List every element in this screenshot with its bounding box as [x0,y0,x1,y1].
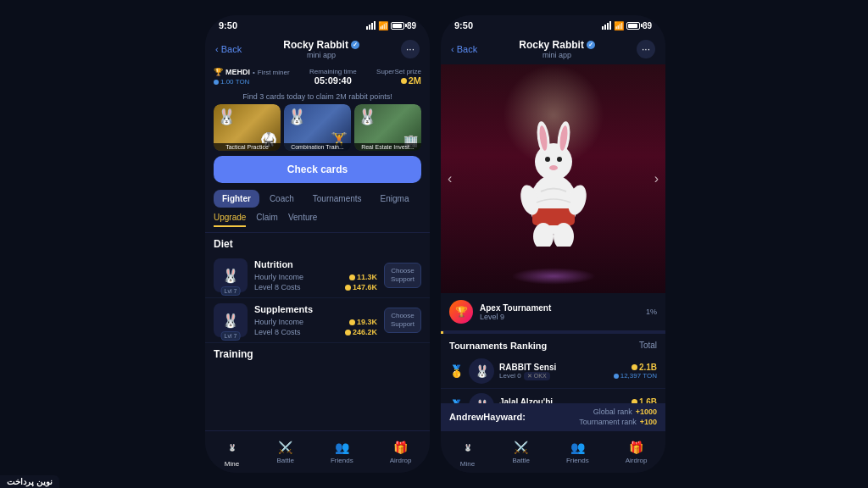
status-user: AndrewHayward: [449,412,526,422]
stage-platform [511,268,596,285]
timer-section: Remaining time 05:09:40 [309,68,357,86]
training-section-title: Training [205,343,430,363]
battery-icon [391,22,404,30]
tab-enigma[interactable]: Enigma [372,190,418,208]
rank-changes: Global rank +1000 Tournament rank +100 [579,408,657,426]
time-left: 9:50 [219,20,237,30]
supplements-avatar: 🐰 Lvl 7 [214,303,248,337]
tournament-rank-value: +100 [640,418,657,426]
wifi-icon: 📶 [378,21,388,30]
app-title-right: Rocky Rabbit ✓ mini app [519,39,595,59]
sub-tab-claim[interactable]: Claim [256,213,278,227]
nav-friends-left[interactable]: 👥 Friends [331,440,353,464]
tournament-icon: 🏆 [449,300,473,324]
battery-icon-right [626,22,640,30]
sub-tab-venture[interactable]: Venture [288,213,317,227]
choose-support-nutrition[interactable]: Choose Support [384,263,421,289]
exchange-badge-1: ✕ OKX [524,372,550,380]
tabs-row: Fighter Coach Tournaments Enigma [205,190,430,213]
nav-battle-right[interactable]: ⚔️ Battle [513,440,530,464]
tournament-progress-bar [441,331,665,334]
verified-badge-right: ✓ [587,41,595,49]
trophy-icon: 🏆 [214,68,223,76]
diet-item-supplements: 🐰 Lvl 7 Supplements Hourly Income 19.3K … [205,298,430,343]
battle-icon-right: ⚔️ [514,440,529,455]
nav-mine-left[interactable]: 🐰 Mine [224,436,241,468]
right-phone: 9:50 📶 89 ‹ Back Rocky Rabbit ✓ [441,15,665,473]
card-combination[interactable]: 🐰 🏋 Combination Train... [284,104,351,151]
char-nav-right[interactable]: › [654,171,659,186]
bottom-nav-left: 🐰 Mine ⚔️ Battle 👥 Friends 🎁 Airdrop [205,430,430,473]
app-title-left: Rocky Rabbit ✓ mini app [283,39,359,59]
mine-icon-right: 🐰 [459,436,476,458]
medal-1: 🥇 [449,364,464,378]
status-bar-left: 9:50 📶 89 [205,15,430,36]
nav-airdrop-left[interactable]: 🎁 Airdrop [390,440,412,464]
wifi-icon-right: 📶 [614,21,624,30]
rabbit-character [511,111,596,247]
character-view: ‹ [441,64,665,293]
bottom-nav-right: 🐰 Mine ⚔️ Battle 👥 Friends 🎁 Airdrop [441,430,665,473]
more-button-right[interactable]: ··· [637,40,655,58]
app-header-left: ‹ Back Rocky Rabbit ✓ mini app ··· [205,36,430,64]
back-button-right[interactable]: ‹ Back [451,44,477,54]
battery-pct-left: 89 [407,21,416,30]
airdrop-icon-right: 🎁 [629,440,644,455]
claim-text: Find 3 cards today to claim 2M rabbit po… [205,89,430,104]
tab-fighter[interactable]: Fighter [214,190,259,208]
back-button-left[interactable]: ‹ Back [215,44,242,54]
svg-point-6 [545,157,550,162]
tournament-badge: 🏆 Apex Tournament Level 9 1% [441,293,665,331]
bottom-status-bar: AndrewHayward: Global rank +1000 Tournam… [441,403,665,430]
verified-badge-left: ✓ [351,41,359,49]
supplements-stats: Hourly Income 19.3K Level 8 Costs 246.2K [254,318,377,336]
char-nav-left[interactable]: ‹ [448,171,452,186]
rank-info-1: RABBIT Sensi Level 0 ✕ OKX [499,363,609,380]
nutrition-avatar: 🐰 Lvl 7 [214,258,248,292]
airdrop-icon: 🎁 [393,440,409,455]
prize-section: SuperSet prize 2M [376,68,421,86]
nutrition-info: Nutrition Hourly Income 11.3K Level 8 Co… [254,259,377,291]
nav-battle-left[interactable]: ⚔️ Battle [277,440,294,464]
watermark-brand: نوین [36,477,53,486]
rank-values-1: 2.1B 12,397 TON [614,363,657,380]
battle-icon: ⚔️ [278,440,293,455]
tab-tournaments[interactable]: Tournaments [304,190,370,208]
svg-point-7 [557,157,562,162]
sub-tabs: Upgrade Claim Venture [205,213,430,233]
card-tactical[interactable]: 🐰 🥋 Tactical Practice [214,104,281,151]
card-realestate[interactable]: 🐰 🏢 Real Estate Invest... [354,104,421,151]
sub-tab-upgrade[interactable]: Upgrade [214,213,246,227]
check-cards-button[interactable]: Check cards [214,156,421,183]
tab-coach[interactable]: Coach [261,190,303,208]
nav-mine-right[interactable]: 🐰 Mine [459,436,476,468]
global-rank-value: +1000 [636,408,657,416]
more-button-left[interactable]: ··· [401,40,420,58]
info-bar: 🏆 MEHDI • First miner 1.00 TON Remaining… [205,64,430,89]
nav-friends-right[interactable]: 👥 Friends [566,440,589,464]
chevron-left-icon-right: ‹ [451,44,454,54]
rankings-header: Tournaments Ranking Total [441,334,665,354]
svg-point-8 [549,165,558,170]
svg-rect-9 [532,208,575,225]
friends-icon: 👥 [334,440,349,455]
avatar-1: 🐰 [469,358,494,384]
nav-airdrop-right[interactable]: 🎁 Airdrop [626,440,648,464]
ton-amount: 1.00 TON [214,78,290,86]
cards-grid: 🐰 🥋 Tactical Practice 🐰 🏋 Combination Tr… [205,104,430,151]
choose-support-supplements[interactable]: Choose Support [384,308,421,334]
user-info: 🏆 MEHDI • First miner [214,68,290,76]
diet-item-nutrition: 🐰 Lvl 7 Nutrition Hourly Income 11.3K Le… [205,253,430,298]
diet-section-title: Diet [205,233,430,253]
signal-icon [366,21,376,30]
left-phone: 9:50 📶 89 ‹ Back Rocky Rabbit ✓ [205,15,430,473]
watermark-suffix: پرداخت [7,477,36,486]
time-right: 9:50 [454,20,473,30]
nutrition-stats: Hourly Income 11.3K Level 8 Costs 147.6K [254,273,377,291]
chevron-left-icon: ‹ [215,44,219,54]
supplements-info: Supplements Hourly Income 19.3K Level 8 … [254,304,377,336]
status-bar-right: 9:50 📶 89 [441,15,665,36]
signal-icon-right [602,21,611,30]
rank-item-1: 🥇 🐰 RABBIT Sensi Level 0 ✕ OKX 2.1B 12,3… [441,354,665,389]
watermark: نوین پرداخت [0,475,59,488]
